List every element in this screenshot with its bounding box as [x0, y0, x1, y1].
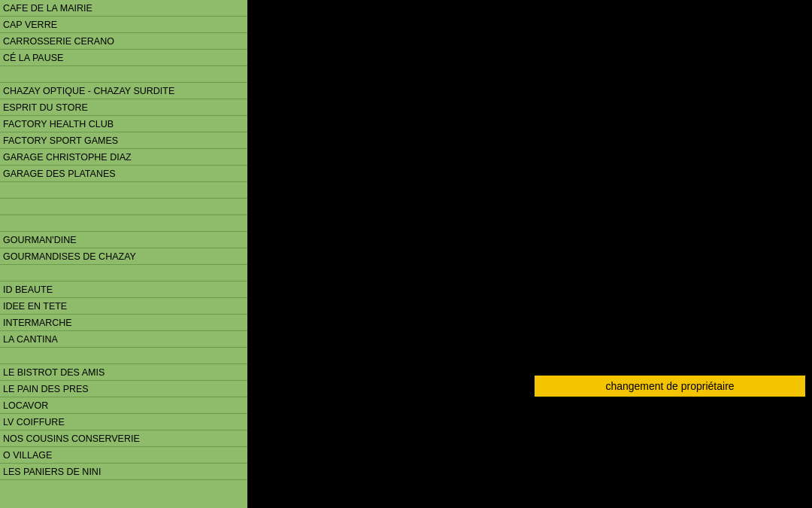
list-item[interactable]: LA CANTINA: [0, 331, 247, 348]
list-item[interactable]: INTERMARCHE: [0, 315, 247, 331]
list-item[interactable]: CHAZAY OPTIQUE - CHAZAY SURDITE: [0, 83, 247, 99]
list-item[interactable]: [0, 182, 247, 199]
list-item[interactable]: LE BISTROT DES AMIS: [0, 364, 247, 381]
list-item[interactable]: GARAGE DES PLATANES: [0, 166, 247, 182]
list-item[interactable]: CAP VERRE: [0, 17, 247, 33]
list-item[interactable]: CARROSSERIE CERANO: [0, 33, 247, 50]
list-item[interactable]: NOS COUSINS CONSERVERIE: [0, 430, 247, 447]
list-item[interactable]: GOURMANDISES DE CHAZAY: [0, 248, 247, 265]
main-layout: CAFE DE LA MAIRIECAP VERRECARROSSERIE CE…: [0, 0, 812, 508]
right-panel: changement de propriétaire: [247, 0, 812, 508]
list-item[interactable]: CÉ LA PAUSE: [0, 50, 247, 66]
list-item[interactable]: LOCAVOR: [0, 397, 247, 414]
list-item[interactable]: FACTORY SPORT GAMES: [0, 132, 247, 149]
list-item[interactable]: [0, 348, 247, 364]
list-item[interactable]: [0, 199, 247, 215]
list-item[interactable]: LV COIFFURE: [0, 414, 247, 430]
list-item[interactable]: IDEE EN TETE: [0, 298, 247, 315]
status-badge: changement de propriétaire: [535, 376, 805, 397]
list-item[interactable]: CAFE DE LA MAIRIE: [0, 0, 247, 17]
list-item[interactable]: FACTORY HEALTH CLUB: [0, 116, 247, 132]
list-item[interactable]: ID BEAUTE: [0, 281, 247, 298]
left-panel: CAFE DE LA MAIRIECAP VERRECARROSSERIE CE…: [0, 0, 247, 508]
list-item[interactable]: GARAGE CHRISTOPHE DIAZ: [0, 149, 247, 166]
list-item[interactable]: ESPRIT DU STORE: [0, 99, 247, 116]
list-item[interactable]: O VILLAGE: [0, 447, 247, 464]
list-item[interactable]: GOURMAN'DINE: [0, 232, 247, 248]
list-item[interactable]: [0, 215, 247, 232]
list-item[interactable]: LES PANIERS DE NINI: [0, 464, 247, 480]
list-item[interactable]: [0, 265, 247, 281]
list-item[interactable]: [0, 66, 247, 83]
list-item[interactable]: LE PAIN DES PRES: [0, 381, 247, 397]
